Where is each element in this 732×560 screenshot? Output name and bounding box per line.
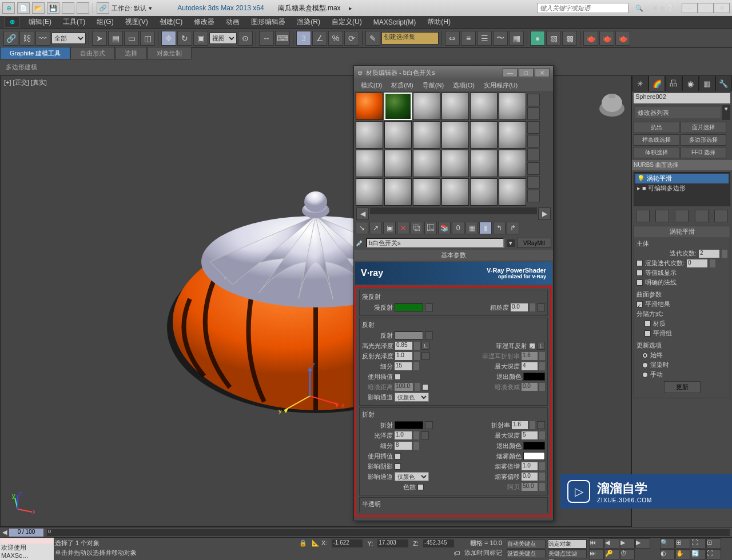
modifier-btn-splinesel[interactable]: 样条线选择 [634, 134, 679, 146]
modifier-btn-facesel[interactable]: 面片选择 [681, 122, 726, 133]
coord-z-field[interactable]: -452.345 [423, 539, 454, 547]
goto-end-icon[interactable]: ⏭ [589, 549, 604, 559]
autokey-button[interactable]: 自动关键点 [507, 539, 546, 549]
use-pivot-icon[interactable]: ⊙ [238, 31, 253, 46]
refract-ior-map-button[interactable] [537, 421, 545, 429]
viewport-label[interactable]: [+] [正交] [真实] [4, 78, 47, 87]
lock-fresnel-button[interactable]: L [537, 342, 545, 350]
mat-slot-9[interactable] [413, 121, 440, 149]
show-map-icon[interactable]: ▦ [466, 222, 478, 234]
slot-hscrollbar[interactable] [370, 207, 537, 214]
refract-gloss-map-button[interactable] [421, 431, 429, 439]
exchange-icon[interactable]: ✖ [653, 5, 658, 12]
maxscript-listener[interactable]: 欢迎使用 MAXSc… [0, 538, 54, 560]
go-forward-icon[interactable]: ↱ [507, 222, 519, 234]
current-frame-box[interactable]: 0 / 100 [9, 529, 43, 537]
mat-menu-utilities[interactable]: 实用程序(U) [479, 81, 522, 90]
refl-interp-checkbox[interactable] [395, 374, 401, 380]
motion-tab-icon[interactable]: ◉ [682, 75, 699, 91]
mat-slot-6[interactable] [499, 93, 526, 120]
dim-distance-spinner[interactable]: 100.0 [395, 383, 413, 391]
time-config-icon[interactable]: ⏱ [620, 549, 635, 559]
ribbon-tab-objpaint[interactable]: 对象绘制 [147, 47, 192, 59]
mat-slot-16[interactable] [441, 150, 469, 177]
help-icon[interactable]: ❔ [667, 5, 675, 12]
reflect-map-button[interactable] [425, 331, 433, 339]
sample-type-icon[interactable] [527, 94, 540, 106]
menu-create[interactable]: 创建(C) [154, 17, 189, 27]
stack-item-editpoly[interactable]: ▸ ■ 可编辑多边形 [635, 183, 729, 193]
mat-slot-1[interactable] [356, 93, 383, 120]
reflect-color-swatch[interactable] [395, 331, 423, 339]
fresnel-checkbox[interactable] [529, 343, 535, 349]
iterations-spinner[interactable]: 2 [699, 250, 719, 258]
menu-edit[interactable]: 编辑(E) [23, 17, 57, 27]
mat-slot-7[interactable] [356, 121, 383, 149]
refract-maxdepth-spinner[interactable]: 5 [522, 431, 538, 439]
mat-slot-11[interactable] [470, 121, 498, 149]
mat-slot-8[interactable] [384, 121, 412, 149]
mat-slot-10[interactable] [441, 121, 469, 149]
maximize-button[interactable]: □ [698, 3, 714, 13]
help-search-input[interactable] [537, 3, 628, 13]
coord-y-field[interactable]: 17.303 [377, 539, 408, 547]
mat-slot-24[interactable] [499, 178, 526, 206]
background-icon[interactable] [527, 121, 540, 134]
mat-minimize-button[interactable]: — [503, 68, 518, 77]
goto-start-icon[interactable]: ⏮ [589, 538, 604, 549]
zoom-all-icon[interactable]: ⊞ [675, 538, 690, 549]
isoline-checkbox[interactable] [636, 270, 643, 276]
refract-gloss-spinner[interactable]: 1.0 [395, 431, 412, 439]
refract-color-swatch[interactable] [395, 421, 423, 429]
fog-color-swatch[interactable] [523, 452, 545, 460]
rotate-tool-icon[interactable]: ↻ [177, 31, 192, 46]
diffuse-color-swatch[interactable] [395, 303, 423, 311]
get-material-icon[interactable]: ↘ [356, 222, 368, 234]
menu-grapheditors[interactable]: 图形编辑器 [245, 17, 291, 27]
undo-icon[interactable]: ↶ [62, 2, 74, 14]
ribbon-tab-freeform[interactable]: 自由形式 [70, 47, 115, 59]
go-parent-icon[interactable]: ↰ [493, 222, 506, 234]
spinner-snap-icon[interactable]: ⟳ [344, 31, 359, 46]
render-prod-icon[interactable]: 🫖 [583, 31, 598, 46]
material-name-dropdown[interactable]: ▾ [507, 239, 515, 247]
align-icon[interactable]: ≡ [461, 31, 476, 46]
menu-customize[interactable]: 自定义(U) [326, 17, 368, 27]
render-iters-checkbox[interactable] [636, 260, 643, 266]
search-icon[interactable]: 🔍 [635, 5, 643, 12]
preview-icon[interactable] [527, 162, 540, 175]
selection-filter[interactable]: 全部 [51, 33, 86, 44]
refract-subdivs-spinner[interactable]: 8 [395, 442, 412, 450]
next-frame-icon[interactable]: ▶ [635, 538, 650, 549]
refract-interp-checkbox[interactable] [395, 453, 401, 459]
menu-rendering[interactable]: 渲染(R) [291, 17, 326, 27]
render-active-icon[interactable]: 🫖 [615, 31, 630, 46]
schematic-icon[interactable]: ▦ [509, 31, 524, 46]
orbit-icon[interactable]: 🔄 [691, 549, 706, 559]
select-name-icon[interactable]: ▤ [108, 31, 123, 46]
refl-maxdepth-spinner[interactable]: 4 [522, 362, 538, 370]
remove-modifier-icon[interactable] [695, 210, 709, 222]
display-tab-icon[interactable]: ▥ [699, 75, 715, 91]
hscroll-right-icon[interactable]: ▶ [538, 207, 551, 220]
key-target-dropdown[interactable]: 选定对象 [548, 539, 587, 549]
pick-material-icon[interactable]: 💉 [356, 239, 364, 247]
mat-slot-3[interactable] [413, 93, 440, 120]
max-logo-icon[interactable]: ⊕ [5, 17, 19, 28]
make-unique-icon[interactable]: ⿺ [424, 222, 437, 234]
unlink-tool-icon[interactable]: ⛓ [19, 31, 34, 46]
mat-slot-4[interactable] [441, 93, 469, 120]
fog-mult-spinner[interactable]: 1.0 [522, 462, 538, 470]
snap-toggle-icon[interactable]: 3 [296, 31, 311, 46]
curve-editor-icon[interactable]: 〜 [493, 31, 508, 46]
keyboard-shortcut-icon[interactable]: ⌨ [275, 31, 290, 46]
sep-smoothgroups-checkbox[interactable] [645, 330, 651, 337]
object-name-field[interactable]: Sphere002 [634, 93, 730, 103]
bind-spacewarp-icon[interactable]: 〰 [35, 31, 50, 46]
select-by-mat-icon[interactable] [527, 190, 540, 202]
favorite-icon[interactable]: ★ [659, 5, 665, 12]
move-tool-icon[interactable]: ✥ [161, 31, 176, 46]
ref-coord-system[interactable]: 视图 [209, 33, 237, 44]
menu-views[interactable]: 视图(V) [120, 17, 154, 27]
menu-animation[interactable]: 动画 [220, 17, 245, 27]
